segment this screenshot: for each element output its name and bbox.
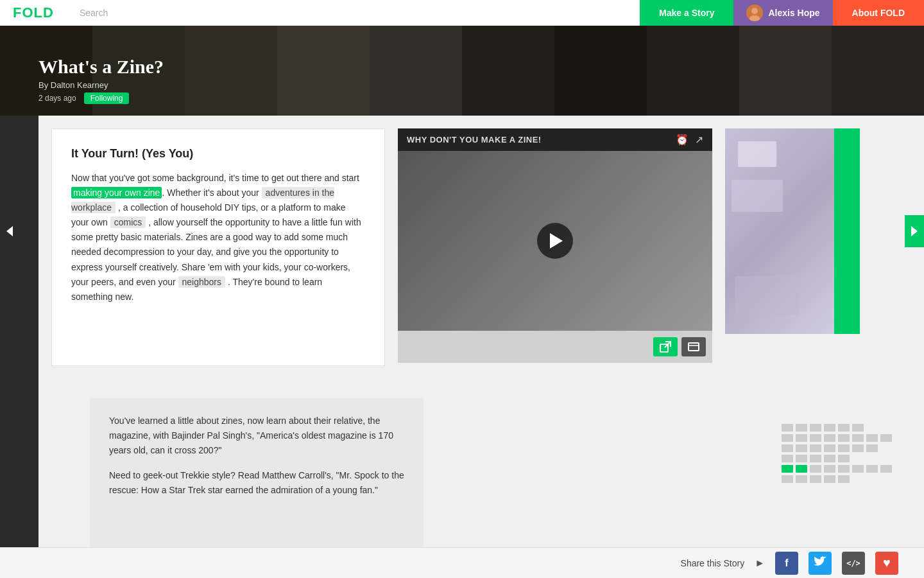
text-card: It Your Turn! (Yes You) Now that you've …	[51, 128, 385, 366]
search-placeholder: Search	[80, 8, 108, 18]
grid-cell	[824, 434, 835, 442]
highlight-neighbors[interactable]: neighbors	[178, 276, 226, 288]
grid-cell	[796, 475, 807, 483]
grid-cell	[866, 444, 878, 452]
grid-cell	[824, 424, 835, 432]
share-icon[interactable]: ↗	[695, 134, 703, 146]
code-icon: </>	[846, 559, 860, 568]
nav-make-story-button[interactable]: Make a Story	[640, 0, 733, 26]
grid-cell	[810, 444, 821, 452]
grid-cell-active	[796, 465, 807, 473]
quote-para-1: You've learned a little about zines, now…	[109, 414, 404, 458]
video-card: WHY DON'T YOU MAKE A ZINE! ⏰ ↗	[398, 128, 712, 363]
grid-cell	[782, 444, 793, 452]
clock-icon[interactable]: ⏰	[676, 134, 689, 146]
share-bar: Share this Story ► f </> ♥	[0, 547, 924, 578]
grid-row-4	[782, 455, 892, 462]
external-link-button[interactable]	[653, 337, 678, 356]
grid-row-2	[782, 434, 892, 442]
grid-cell	[838, 455, 850, 462]
grid-cell	[866, 465, 878, 473]
play-triangle-icon	[550, 233, 563, 249]
grid-cell	[824, 475, 835, 483]
embed-share-button[interactable]: </>	[842, 552, 865, 575]
avatar	[746, 4, 763, 21]
following-badge[interactable]: Following	[84, 92, 130, 104]
svg-rect-6	[689, 343, 699, 351]
nav-about-button[interactable]: About FOLD	[833, 0, 924, 26]
content-row-1: It Your Turn! (Yes You) Now that you've …	[38, 116, 924, 385]
share-label: Share this Story	[681, 558, 745, 568]
hero-banner: What's a Zine? By Dalton Kearney 2 days …	[0, 26, 924, 116]
grid-cell	[810, 455, 821, 462]
video-player[interactable]	[398, 151, 712, 331]
right-image-panel	[725, 128, 860, 334]
nav-arrow-right[interactable]	[905, 215, 924, 247]
quote-card: You've learned a little about zines, now…	[90, 398, 424, 565]
hero-title: What's a Zine?	[38, 56, 164, 78]
grid-cell	[838, 444, 850, 452]
grid-row-6	[782, 475, 892, 483]
search-bar[interactable]: Search	[67, 8, 640, 18]
content-area: It Your Turn! (Yes You) Now that you've …	[38, 116, 924, 578]
hero-meta: 2 days ago Following	[38, 92, 164, 104]
left-sidebar	[0, 116, 38, 578]
grid-cell	[838, 475, 850, 483]
header: FOLD Search Make a Story Alexis Hope Abo…	[0, 0, 924, 26]
text-card-body: Now that you've got some background, it'…	[71, 171, 365, 304]
hero-time: 2 days ago	[38, 94, 76, 103]
twitter-share-button[interactable]	[809, 552, 832, 575]
highlight-making[interactable]: making your own zine	[71, 187, 162, 198]
nav-user-name: Alexis Hope	[768, 8, 819, 18]
grid-cell	[824, 455, 835, 462]
logo: FOLD	[0, 4, 67, 21]
main-area: It Your Turn! (Yes You) Now that you've …	[0, 116, 924, 578]
video-header-icons: ⏰ ↗	[676, 134, 703, 146]
grid-cell	[810, 465, 821, 473]
grid-cell	[810, 475, 821, 483]
facebook-icon: f	[785, 557, 788, 569]
grid-cell	[782, 434, 793, 442]
grid-cell	[852, 465, 864, 473]
facebook-share-button[interactable]: f	[775, 552, 798, 575]
play-button[interactable]	[537, 223, 573, 259]
nav-arrow-left[interactable]	[0, 215, 19, 247]
grid-cell	[796, 424, 807, 432]
grid-cell	[796, 444, 807, 452]
grid-cell	[810, 434, 821, 442]
right-panel-accent	[834, 128, 860, 334]
hero-content: What's a Zine? By Dalton Kearney 2 days …	[0, 56, 202, 116]
grid-cell	[852, 434, 864, 442]
fullscreen-button[interactable]	[681, 337, 706, 356]
grid-row-3	[782, 444, 892, 452]
video-footer	[398, 331, 712, 363]
grid-row-5	[782, 465, 892, 473]
share-arrow-icon: ►	[755, 557, 765, 569]
heart-icon: ♥	[883, 556, 891, 570]
grid-cell	[824, 465, 835, 473]
grid-cell	[866, 434, 878, 442]
video-header: WHY DON'T YOU MAKE A ZINE! ⏰ ↗	[398, 128, 712, 151]
grid-cell	[852, 444, 864, 452]
text-card-heading: It Your Turn! (Yes You)	[71, 147, 365, 161]
svg-marker-3	[6, 226, 13, 236]
grid-cell	[852, 424, 864, 432]
grid-cell	[782, 455, 793, 462]
svg-marker-8	[911, 226, 918, 236]
grid-cell	[796, 455, 807, 462]
progress-grid	[782, 398, 892, 483]
hero-byline: By Dalton Kearney	[38, 80, 164, 90]
grid-cell	[838, 424, 850, 432]
grid-cell	[838, 434, 850, 442]
heart-button[interactable]: ♥	[875, 552, 898, 575]
grid-cell	[782, 475, 793, 483]
grid-cell	[810, 424, 821, 432]
grid-cell	[782, 424, 793, 432]
quote-para-2: Need to geek-out Trekkie style? Read Mat…	[109, 468, 404, 498]
nav-user-button[interactable]: Alexis Hope	[733, 0, 832, 26]
grid-cell	[880, 434, 892, 442]
grid-cell-active	[782, 465, 793, 473]
highlight-comics[interactable]: comics	[110, 216, 146, 228]
grid-cell	[838, 465, 850, 473]
grid-cell	[880, 465, 892, 473]
